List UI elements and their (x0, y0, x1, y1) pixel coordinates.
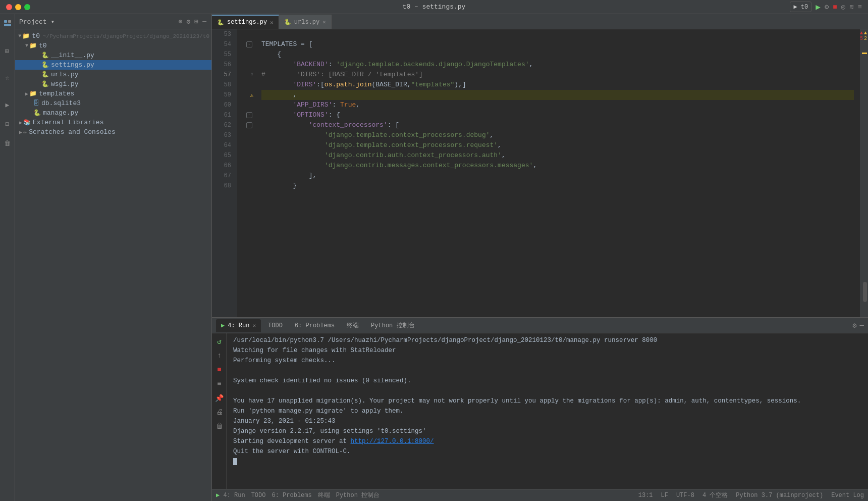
terminal-line-2: Performing system checks... (233, 356, 862, 366)
file-tree: ▼ 📁 t0 ~/PycharmProjects/djangoProject/d… (15, 29, 211, 501)
todo-status[interactable]: TODO (251, 492, 266, 499)
hide-icon[interactable]: — (201, 17, 207, 27)
tree-item-templates[interactable]: ▶ 📁 templates (15, 89, 211, 98)
tree-arrow: ▼ (18, 33, 21, 39)
event-log[interactable]: Event Log (831, 492, 864, 499)
bottom-tab-bar: ▶ 4: Run ✕ TODO 6: Problems 终端 Python 控制… (212, 318, 868, 333)
tab-run-close[interactable]: ✕ (252, 322, 256, 329)
pin-icon[interactable]: 📌 (213, 392, 226, 404)
terminal-output[interactable]: /usr/local/bin/python3.7 /Users/huazhi/P… (227, 333, 868, 489)
py-file-icon-urls: 🐍 (284, 19, 291, 25)
error-count: ▲ 5 ▲ 2 (860, 29, 868, 42)
code-line-60: 'APP_DIRS': True, (261, 100, 854, 110)
problems-status[interactable]: 6: Problems (272, 492, 311, 499)
tab-problems-label: 6: Problems (295, 322, 335, 329)
error-badge: ▲ 5 (860, 30, 863, 41)
fold-btn-54[interactable]: - (246, 41, 252, 47)
close-button[interactable] (6, 4, 12, 10)
sidebar-icon-project[interactable] (1, 16, 15, 30)
delete-run-icon[interactable]: 🗑 (213, 420, 226, 432)
maximize-button[interactable] (24, 4, 30, 10)
tab-run[interactable]: ▶ 4: Run ✕ (216, 319, 261, 332)
settings-icon[interactable]: ⚙ (852, 321, 856, 330)
code-line-61: 'OPTIONS': { (261, 110, 854, 120)
folder-icon: 📁 (29, 90, 37, 97)
status-left: ▶ 4: Run TODO 6: Problems 终端 Python 控制台 (216, 491, 379, 499)
minimize-button[interactable] (15, 4, 21, 10)
stats-icon[interactable]: ≡ (213, 378, 226, 390)
run-icon[interactable]: ▶ (816, 2, 821, 12)
run-status-icon: ▶ (216, 492, 220, 499)
rerun-icon[interactable]: ↺ (213, 335, 226, 347)
code-editor[interactable]: TEMPLATES = [ { 'BACKEND': 'django.templ… (255, 29, 860, 317)
bottom-inner: ↺ ↑ ■ ≡ 📌 🖨 🗑 /usr/local/bin/python3.7 /… (212, 333, 868, 489)
tree-item-root[interactable]: ▼ 📁 t0 ~/PycharmProjects/djangoProject/d… (15, 31, 211, 41)
code-line-58: 'DIRS':[os.path.join(BASE_DIR,"templates… (261, 80, 854, 90)
terminal-line-11: Quit the server with CONTROL-C. (233, 446, 862, 457)
terminal-line-1: Watching for file changes with StatReloa… (233, 345, 862, 356)
expand-icon[interactable]: ⊞ (193, 17, 199, 27)
tab-problems[interactable]: 6: Problems (290, 319, 340, 332)
terminal-command: /usr/local/bin/python3.7 /Users/huazhi/P… (233, 335, 862, 345)
scroll-up-icon[interactable]: ↑ (213, 349, 226, 362)
fold-btn-61[interactable]: - (246, 112, 252, 118)
stop-run-icon[interactable]: ■ (213, 364, 226, 376)
scrollbar-annotations (860, 42, 868, 194)
run-status-label: 4: Run (223, 492, 245, 499)
profile-icon[interactable]: ≋ (849, 3, 853, 11)
sidebar-icon-favorites[interactable]: ☆ (1, 71, 15, 85)
fold-btn-62[interactable]: - (246, 122, 252, 128)
python-version[interactable]: Python 3.7 (mainproject) (736, 492, 823, 499)
tree-label-ext: External Libraries (33, 119, 103, 126)
collapse-icon[interactable]: — (860, 321, 864, 330)
tree-item-scratches[interactable]: ▶ ✏ Scratches and Consoles (15, 127, 211, 137)
tree-item-init[interactable]: 🐍 __init__.py (15, 51, 211, 60)
sync-icon[interactable]: ⊕ (178, 17, 184, 27)
debug-icon[interactable]: ⚙ (825, 3, 829, 11)
sidebar-icon-delete[interactable]: 🗑 (1, 136, 15, 151)
terminal-status[interactable]: 终端 (318, 491, 330, 499)
sidebar-icon-structure[interactable]: ⊞ (1, 43, 15, 58)
tree-item-t0[interactable]: ▼ 📁 t0 (15, 41, 211, 51)
tree-item-ext-libs[interactable]: ▶ 📚 External Libraries (15, 118, 211, 127)
sidebar-icon-print[interactable]: ⊟ (1, 117, 15, 131)
run-status[interactable]: ▶ 4: Run (216, 491, 245, 499)
python-console-status[interactable]: Python 控制台 (336, 491, 379, 499)
line-endings[interactable]: LF (661, 492, 668, 499)
tab-todo[interactable]: TODO (263, 319, 288, 332)
tab-terminal[interactable]: 终端 (342, 319, 364, 332)
tree-item-wsgi[interactable]: 🐍 wsgi.py (15, 79, 211, 89)
tree-item-urls[interactable]: 🐍 urls.py (15, 70, 211, 79)
code-line-64: 'django.template.context_processors.requ… (261, 140, 854, 151)
coverage-icon[interactable]: ◎ (841, 3, 845, 11)
window-controls[interactable] (6, 4, 30, 10)
tree-item-db[interactable]: 🗄 db.sqlite3 (15, 98, 211, 108)
tab-terminal-label: 终端 (347, 321, 359, 330)
settings-icon[interactable]: ⚙ (186, 17, 192, 27)
title-bar-right: ▶ t0 ▶ ⚙ ■ ◎ ≋ ≡ (790, 2, 862, 12)
tree-label-db: db.sqlite3 (41, 99, 81, 107)
cursor-position[interactable]: 13:1 (638, 492, 653, 499)
sidebar-icon-run[interactable]: ▶ (1, 98, 15, 112)
tree-item-settings[interactable]: 🐍 settings.py (15, 60, 211, 70)
status-right: 13:1 LF UTF-8 4 个空格 Python 3.7 (mainproj… (638, 491, 864, 499)
terminal-cursor-line (233, 457, 862, 467)
scrollbar-thumb[interactable] (863, 282, 867, 302)
tab-python-console[interactable]: Python 控制台 (366, 319, 419, 332)
tree-label-manage: manage.py (43, 109, 78, 117)
more-icon[interactable]: ≡ (858, 3, 862, 11)
indent-size[interactable]: 4 个空格 (702, 491, 728, 499)
server-url-link[interactable]: http://127.0.0.1:8000/ (351, 438, 434, 445)
tab-close-settings[interactable]: ✕ (270, 19, 274, 26)
tree-item-manage[interactable]: 🐍 manage.py (15, 108, 211, 118)
print-run-icon[interactable]: 🖨 (213, 406, 226, 418)
charset[interactable]: UTF-8 (676, 492, 694, 499)
tree-label-urls: urls.py (51, 71, 79, 78)
code-line-68: } (261, 181, 854, 191)
tab-urls[interactable]: 🐍 urls.py ✕ (279, 15, 332, 29)
stop-icon[interactable]: ■ (833, 3, 837, 11)
run-config-badge[interactable]: ▶ t0 (790, 2, 811, 12)
tab-run-label: 4: Run (228, 322, 249, 329)
tab-settings[interactable]: 🐍 settings.py ✕ (212, 15, 279, 29)
tab-close-urls[interactable]: ✕ (322, 19, 326, 25)
